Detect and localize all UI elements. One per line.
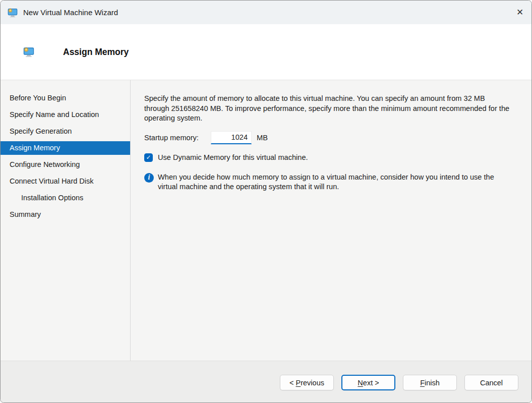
- new-vm-wizard-window: New Virtual Machine Wizard ✕ Assign Memo…: [0, 0, 532, 403]
- info-note-text: When you decide how much memory to assig…: [158, 172, 511, 192]
- window-title: New Virtual Machine Wizard: [23, 8, 118, 17]
- vm-monitor-icon: [23, 46, 35, 58]
- dynamic-memory-row: ✓ Use Dynamic Memory for this virtual ma…: [144, 153, 511, 162]
- sidebar-item-specify-generation[interactable]: Specify Generation: [1, 125, 130, 138]
- startup-memory-label: Startup memory:: [144, 134, 211, 142]
- sidebar-item-summary[interactable]: Summary: [1, 208, 130, 221]
- close-icon[interactable]: ✕: [508, 1, 531, 24]
- finish-button[interactable]: Finish: [403, 375, 457, 390]
- info-note-row: i When you decide how much memory to ass…: [144, 172, 511, 192]
- dynamic-memory-label: Use Dynamic Memory for this virtual mach…: [158, 153, 308, 161]
- footer-button-bar: < Previous Next > Finish Cancel: [1, 361, 531, 403]
- sidebar-item-assign-memory[interactable]: Assign Memory: [1, 141, 130, 155]
- memory-description-text: Specify the amount of memory to allocate…: [144, 94, 511, 124]
- previous-button[interactable]: < Previous: [280, 375, 334, 390]
- title-bar: New Virtual Machine Wizard ✕: [1, 1, 531, 24]
- wizard-steps-sidebar: Before You Begin Specify Name and Locati…: [1, 80, 131, 361]
- sidebar-item-configure-networking[interactable]: Configure Networking: [1, 158, 130, 171]
- sidebar-item-before-you-begin[interactable]: Before You Begin: [1, 91, 130, 105]
- content-area: Before You Begin Specify Name and Locati…: [1, 80, 531, 361]
- sidebar-item-connect-virtual-hard-disk[interactable]: Connect Virtual Hard Disk: [1, 175, 130, 188]
- page-title: Assign Memory: [63, 47, 129, 57]
- main-panel: Specify the amount of memory to allocate…: [131, 80, 531, 361]
- vm-monitor-icon: [7, 7, 18, 18]
- startup-memory-input[interactable]: [211, 131, 252, 144]
- cancel-button[interactable]: Cancel: [464, 375, 518, 390]
- startup-memory-unit: MB: [257, 134, 268, 142]
- page-header: Assign Memory: [1, 24, 531, 80]
- info-icon: i: [144, 173, 154, 183]
- next-button[interactable]: Next >: [341, 375, 395, 390]
- dynamic-memory-checkbox[interactable]: ✓: [144, 153, 153, 162]
- startup-memory-row: Startup memory: MB: [144, 131, 511, 144]
- sidebar-item-specify-name-and-location[interactable]: Specify Name and Location: [1, 108, 130, 122]
- sidebar-item-installation-options[interactable]: Installation Options: [1, 191, 130, 205]
